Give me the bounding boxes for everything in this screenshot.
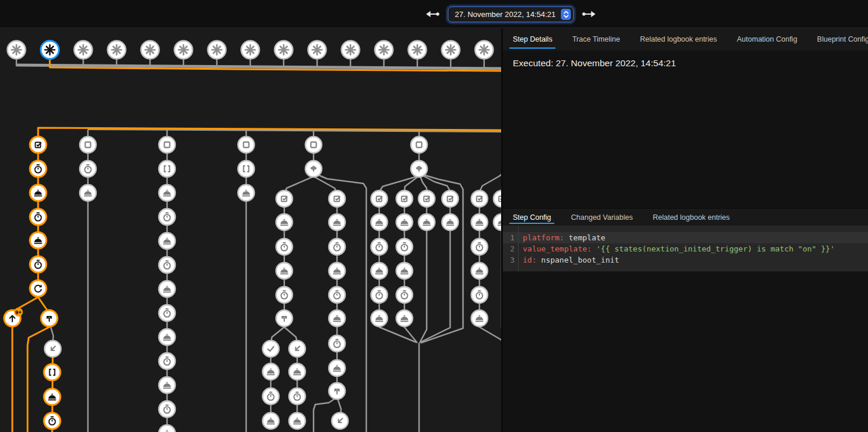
trace-node-dome[interactable] [263,363,279,380]
trace-node-dome[interactable] [329,263,345,279]
trace-node-dome[interactable] [289,363,305,380]
trace-node-dome[interactable] [159,281,175,297]
trace-node-asterisk[interactable] [141,41,159,59]
trace-node-timer[interactable] [396,287,413,303]
trace-node-dome[interactable] [396,214,413,230]
trace-node-asterisk[interactable] [409,41,427,59]
trace-node-timer[interactable] [30,256,46,273]
trace-node-square[interactable] [238,137,254,153]
trace-node-timer[interactable] [329,335,345,352]
trace-node-timer[interactable] [329,287,345,303]
trace-node-dome[interactable] [442,214,458,230]
trace-node-fork[interactable] [41,310,57,326]
trace-node-square[interactable] [305,137,322,153]
trace-node-checkbox[interactable] [329,191,345,207]
tab-step-details[interactable]: Step Details [513,28,552,50]
trace-node-timer[interactable] [159,257,175,273]
trace-node-timer[interactable] [159,353,175,369]
trace-node-asterisk[interactable] [475,41,493,59]
trace-node-brackets[interactable] [238,161,254,177]
trace-node-checkbox[interactable] [30,137,46,153]
trace-node-dome[interactable] [159,185,175,201]
trace-node-timer[interactable] [471,287,488,303]
trace-node-arrow-bl[interactable] [289,341,305,357]
trace-node-dome[interactable] [80,185,96,201]
trace-node-timer[interactable] [30,209,46,225]
trace-node-dome[interactable] [238,185,254,201]
trace-node-dome[interactable] [471,310,488,326]
trace-node-asterisk[interactable] [375,41,393,59]
trace-node-dome[interactable] [396,263,413,279]
trace-node-dome[interactable] [44,389,60,405]
trace-node-timer[interactable] [159,209,175,225]
trace-node-asterisk[interactable] [41,41,59,59]
next-trace-button[interactable] [580,9,598,19]
trace-node-checkbox[interactable] [371,191,387,207]
trace-node-dome[interactable] [159,425,175,432]
tab-step-config[interactable]: Step Config [513,209,551,226]
trace-node-timer[interactable] [276,287,292,303]
trace-node-choose[interactable] [411,161,427,177]
trace-node-dome[interactable] [371,214,387,230]
trace-graph[interactable]: 9+ [0,28,501,432]
trace-node-dome[interactable] [289,413,305,429]
trace-run-select[interactable]: 27. November 2022, 14:54:21 [448,6,574,22]
trace-node-checkbox[interactable] [471,191,488,207]
trace-node-timer[interactable] [263,388,279,404]
trace-node-timer[interactable] [471,239,488,255]
trace-node-timer[interactable] [329,239,345,255]
trace-node-dome[interactable] [396,310,413,326]
trace-node-dome[interactable] [329,360,345,376]
trace-node-check[interactable] [263,341,279,357]
trace-node-asterisk[interactable] [175,41,193,59]
tab-changed-variables[interactable]: Changed Variables [571,209,632,226]
trace-node-timer[interactable] [80,161,96,177]
trace-node-dome[interactable] [329,310,345,326]
trace-node-dome[interactable] [263,413,279,429]
trace-node-refresh[interactable] [30,280,46,297]
trace-node-choose[interactable] [305,161,322,177]
trace-node-fork[interactable] [329,383,345,399]
trace-node-dome[interactable] [159,329,175,345]
trace-node-timer[interactable] [44,413,60,429]
trace-node-asterisk[interactable] [208,41,226,59]
trace-node-dome[interactable] [329,214,345,230]
previous-trace-button[interactable] [423,9,441,19]
tab-trace-timeline[interactable]: Trace Timeline [572,28,620,50]
trace-node-dome[interactable] [371,310,387,326]
trace-node-arrow-bl[interactable] [332,413,348,429]
trace-node-timer[interactable] [30,161,46,177]
trace-node-dome[interactable] [418,214,435,230]
trace-node-timer[interactable] [276,239,292,255]
trace-node-dome[interactable] [159,377,175,393]
trace-node-checkbox[interactable] [493,191,501,207]
trace-node-dome[interactable] [471,214,488,230]
trace-node-asterisk[interactable] [308,41,326,59]
tab-related-logbook-entries[interactable]: Related logbook entries [653,209,730,226]
trace-node-dome[interactable] [371,263,387,279]
trace-node-dome[interactable] [30,185,46,201]
trace-node-square[interactable] [411,137,427,153]
trace-node-checkbox[interactable] [418,191,435,207]
trace-node-timer[interactable] [159,401,175,417]
trace-node-asterisk[interactable] [108,41,126,59]
trace-node-dome[interactable] [276,263,292,279]
trace-node-asterisk[interactable] [275,41,293,59]
trace-node-dome[interactable] [493,214,501,230]
trace-node-timer[interactable] [159,305,175,321]
trace-node-timer[interactable] [371,239,387,255]
trace-node-brackets[interactable] [159,161,175,177]
trace-node-timer[interactable] [289,388,305,404]
trace-node-asterisk[interactable] [342,41,360,59]
trace-node-checkbox[interactable] [276,191,292,207]
trace-node-dome[interactable] [276,214,292,230]
trace-node-square[interactable] [80,137,96,153]
step-config-code-editor[interactable]: 1platform: template2value_template: '{{ … [503,226,868,271]
trace-node-arrow-up[interactable]: 9+ [4,308,23,326]
tab-automation-config[interactable]: Automation Config [737,28,797,50]
trace-node-dome[interactable] [159,233,175,249]
trace-node-asterisk[interactable] [442,41,460,59]
tab-related-logbook-entries[interactable]: Related logbook entries [640,28,717,50]
trace-node-fork[interactable] [276,310,292,326]
trace-node-timer[interactable] [371,287,387,303]
